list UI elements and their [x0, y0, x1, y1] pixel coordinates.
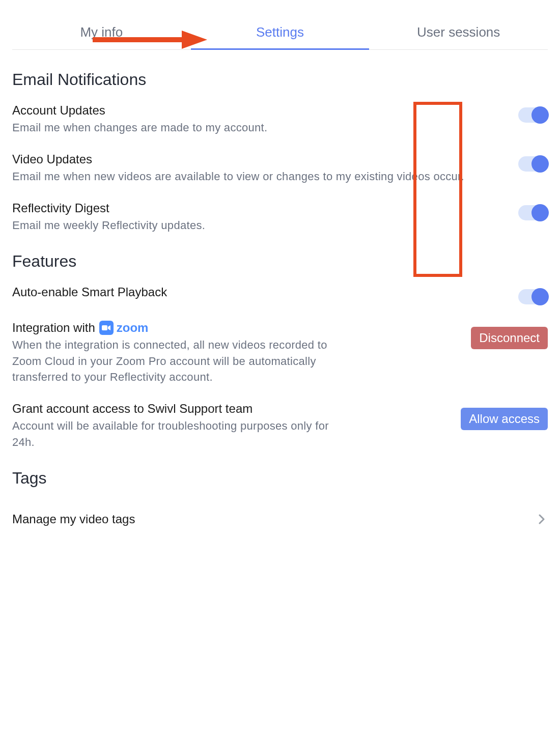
setting-smart-playback: Auto-enable Smart Playback — [12, 285, 548, 304]
setting-zoom-integration-title: Integration with zoom — [12, 321, 461, 335]
heading-email-notifications: Email Notifications — [12, 70, 548, 89]
zoom-title-prefix: Integration with — [12, 321, 95, 335]
setting-reflectivity-digest-desc: Email me weekly Reflectivity updates. — [12, 217, 508, 234]
zoom-camera-icon — [99, 321, 114, 335]
toggle-smart-playback[interactable] — [518, 289, 548, 304]
toggle-account-updates[interactable] — [518, 107, 548, 123]
setting-video-updates: Video Updates Email me when new videos a… — [12, 152, 548, 185]
disconnect-button[interactable]: Disconnect — [471, 327, 548, 349]
setting-grant-access-title: Grant account access to Swivl Support te… — [12, 402, 451, 416]
setting-reflectivity-digest-title: Reflectivity Digest — [12, 201, 508, 215]
setting-zoom-integration: Integration with zoom When the integrati… — [12, 321, 548, 386]
tabs-bar: My info Settings User sessions — [12, 0, 548, 50]
toggle-video-updates[interactable] — [518, 156, 548, 172]
tab-settings[interactable]: Settings — [191, 24, 370, 49]
manage-video-tags-label: Manage my video tags — [12, 512, 135, 526]
manage-video-tags-row[interactable]: Manage my video tags — [12, 502, 548, 537]
setting-smart-playback-title: Auto-enable Smart Playback — [12, 285, 508, 299]
zoom-wordmark: zoom — [117, 321, 149, 335]
toggle-reflectivity-digest[interactable] — [518, 205, 548, 220]
chevron-right-icon — [536, 513, 548, 525]
zoom-badge: zoom — [99, 321, 149, 335]
setting-account-updates-title: Account Updates — [12, 103, 508, 118]
svg-rect-2 — [102, 325, 107, 330]
setting-account-updates: Account Updates Email me when changes ar… — [12, 103, 548, 136]
setting-zoom-integration-desc: When the integration is connected, all n… — [12, 337, 348, 386]
tab-my-info[interactable]: My info — [12, 24, 191, 49]
setting-video-updates-desc: Email me when new videos are available t… — [12, 168, 508, 185]
setting-video-updates-title: Video Updates — [12, 152, 508, 166]
setting-grant-access-desc: Account will be available for troublesho… — [12, 418, 338, 450]
heading-features: Features — [12, 252, 548, 271]
setting-account-updates-desc: Email me when changes are made to my acc… — [12, 120, 508, 136]
tab-user-sessions[interactable]: User sessions — [369, 24, 548, 49]
setting-grant-access: Grant account access to Swivl Support te… — [12, 402, 548, 450]
allow-access-button[interactable]: Allow access — [461, 408, 548, 430]
heading-tags: Tags — [12, 469, 548, 488]
setting-reflectivity-digest: Reflectivity Digest Email me weekly Refl… — [12, 201, 548, 234]
